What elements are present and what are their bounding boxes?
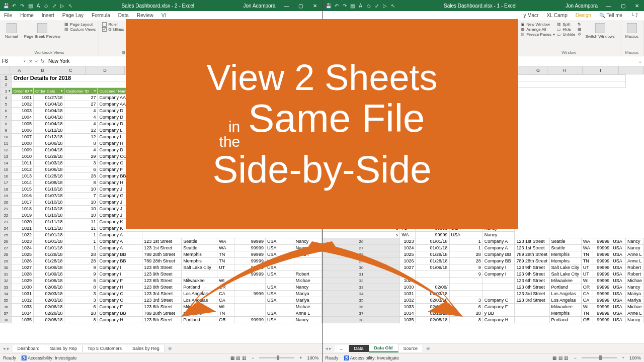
hide-button[interactable]: ▭ Hide	[557, 27, 575, 32]
view-buttons[interactable]: ▦ ▤ ▥	[230, 355, 247, 360]
col-header[interactable]: C	[56, 66, 86, 74]
status-bar-left: Ready♿ Accessibility: Investigate ▦ ▤ ▥−…	[0, 353, 322, 362]
sheet-tab[interactable]: Sales by Rep	[45, 345, 83, 352]
qat-icon[interactable]: ⤢	[51, 3, 57, 9]
sheet-nav-icon[interactable]: ◂ ▸	[323, 346, 335, 351]
zoom-out-icon[interactable]: −	[574, 355, 576, 360]
sync-scroll-icon[interactable]: ⇅	[578, 22, 582, 27]
name-box[interactable]: F6	[0, 58, 28, 64]
sheet-tab[interactable]: Sales by Reg	[127, 345, 165, 352]
sheet-tab-data-old[interactable]: Data Old	[369, 344, 398, 352]
window-title: Sales Dashboard.xlsx - 1 - Excel	[399, 3, 562, 9]
save-icon[interactable]: 💾	[326, 3, 332, 9]
sheet-tab-more[interactable]: ...	[335, 345, 349, 352]
qat-icon[interactable]: ▤	[27, 3, 33, 9]
qat-right[interactable]: 💾 ↶ ↷ ▤ A ◇ ⤢ ▷ ↖	[323, 3, 399, 9]
group-workbook-views: Normal Page Break Preview ▦ Page Layout …	[0, 21, 99, 56]
view-buttons[interactable]: ▦ ▤ ▥	[552, 355, 569, 360]
sheet-tab[interactable]: Top 5 Customers	[83, 345, 127, 352]
overlay-banner: View 2 Sheets inthe Same File Side-by-Si…	[126, 19, 518, 229]
add-sheet-icon[interactable]: ⊕	[423, 346, 433, 351]
save-icon[interactable]: 💾	[3, 3, 9, 9]
maximize-icon[interactable]: ▢	[294, 0, 308, 11]
sheet-tabs-right[interactable]: ◂ ▸ ... Data Data Old Source ⊕	[323, 343, 645, 353]
zoom-slider[interactable]	[259, 357, 294, 358]
minimize-icon[interactable]: —	[602, 0, 616, 11]
ribbon-tab[interactable]: y Macr	[519, 11, 542, 21]
col-header[interactable]: H	[547, 66, 583, 74]
redo-icon[interactable]: ↷	[342, 3, 348, 9]
qat-icon[interactable]: ⤢	[374, 3, 380, 9]
col-header[interactable]: G	[529, 66, 547, 74]
sheet-tab[interactable]: Dashboard	[13, 345, 45, 352]
qat-icon[interactable]: ▤	[350, 3, 356, 9]
share-icon[interactable]: └ ⤴	[626, 11, 642, 21]
gridlines-checkbox[interactable]: Gridlines	[102, 27, 124, 32]
qat-icon[interactable]: ▷	[59, 3, 65, 9]
qat-icon[interactable]: A	[358, 3, 364, 9]
ribbon-tab[interactable]: 🔍 Tell me	[595, 11, 626, 21]
freeze-panes-button[interactable]: ▤ Freeze Panes ▾	[521, 32, 555, 37]
cursor-icon[interactable]: ↖	[67, 3, 73, 9]
ribbon-tab[interactable]: Insert	[38, 11, 58, 21]
zoom-in-icon[interactable]: +	[622, 355, 624, 360]
fx-icon[interactable]: ✕✓fx	[28, 58, 45, 64]
page-layout-button[interactable]: ▦ Page Layout	[64, 22, 96, 27]
accessibility-status[interactable]: ♿ Accessibility: Investigate	[344, 355, 399, 360]
qat-icon[interactable]: ▷	[382, 3, 388, 9]
ruler-checkbox[interactable]: Ruler	[102, 22, 124, 27]
titlebar-right: 💾 ↶ ↷ ▤ A ◇ ⤢ ▷ ↖ Sales Dashboard.xlsx -…	[323, 0, 645, 11]
switch-windows-button[interactable]: Switch Windows	[584, 22, 617, 40]
undo-icon[interactable]: ↶	[11, 3, 17, 9]
sheet-tab-data[interactable]: Data	[349, 345, 369, 352]
zoom-in-icon[interactable]: +	[299, 355, 302, 360]
cursor-icon[interactable]: ↖	[390, 3, 396, 9]
qat-icon[interactable]: ◇	[366, 3, 372, 9]
accessibility-status[interactable]: ♿ Accessibility: Investigate	[21, 355, 77, 360]
zoom-slider[interactable]	[582, 357, 617, 358]
new-window-button[interactable]: ▣ New Window	[521, 22, 555, 27]
arrange-all-button[interactable]: ▦ Arrange All	[521, 27, 555, 32]
custom-views-button[interactable]: ▥ Custom Views	[64, 27, 96, 32]
titlebar-left: 💾 ↶ ↷ ▤ A ◇ ⤢ ▷ ↖ Sales Dashboard.xlsx -…	[0, 0, 322, 11]
group-window: ▣ New Window ▦ Arrange All ▤ Freeze Pane…	[518, 21, 620, 56]
ribbon-tab[interactable]: Home	[16, 11, 38, 21]
window-title: Sales Dashboard.xlsx - 2 - Excel	[76, 3, 239, 9]
close-icon[interactable]: ✕	[630, 0, 644, 11]
col-header[interactable]: A	[10, 66, 29, 74]
sheet-tab-source[interactable]: Source	[398, 345, 424, 352]
qat-icon[interactable]: ◇	[43, 3, 49, 9]
close-icon[interactable]: ✕	[308, 0, 322, 11]
view-sbs-icon[interactable]: ▦	[578, 27, 582, 32]
ribbon-tab[interactable]: XL Camp	[542, 11, 571, 21]
col-header[interactable]: D	[86, 66, 125, 74]
macros-button[interactable]: Macros	[623, 22, 640, 40]
ribbon-tab[interactable]: Page Lay	[58, 11, 88, 21]
user-name[interactable]: Jon Acampora	[561, 3, 602, 9]
ribbon-tab[interactable]: File	[0, 11, 16, 21]
col-header[interactable]: I	[583, 66, 619, 74]
expand-formula-icon[interactable]: ⌄	[638, 58, 644, 64]
split-button[interactable]: ▥ Split	[557, 22, 575, 27]
ribbon-tab[interactable]: Formula	[88, 11, 114, 21]
arrow-right-icon	[302, 236, 493, 337]
maximize-icon[interactable]: ▢	[616, 0, 630, 11]
user-name[interactable]: Jon Acampora	[239, 3, 280, 9]
sheet-nav-prev-icon[interactable]: ◂ ▸	[0, 346, 13, 351]
redo-icon[interactable]: ↷	[19, 3, 25, 9]
unhide-button[interactable]: ▭ Unhide	[557, 32, 575, 37]
group-macros: Macros Macros	[620, 21, 644, 56]
minimize-icon[interactable]: —	[280, 0, 294, 11]
qat-left[interactable]: 💾 ↶ ↷ ▤ A ◇ ⤢ ▷ ↖	[0, 3, 76, 9]
zoom-out-icon[interactable]: −	[252, 355, 254, 360]
status-bar-right: Ready♿ Accessibility: Investigate ▦ ▤ ▥−…	[323, 353, 645, 362]
qat-icon[interactable]: A	[35, 3, 41, 9]
reset-pos-icon[interactable]: ↺	[578, 32, 582, 37]
undo-icon[interactable]: ↶	[334, 3, 340, 9]
page-break-button[interactable]: Page Break Preview	[22, 22, 62, 40]
sheet-tabs-left[interactable]: ◂ ▸ DashboardSales by RepTop 5 Customers…	[0, 343, 322, 353]
col-header[interactable]: B	[29, 66, 56, 74]
normal-view-button[interactable]: Normal	[3, 22, 20, 40]
ribbon-tab[interactable]: Design	[572, 11, 595, 21]
add-sheet-icon[interactable]: ⊕	[165, 346, 175, 351]
